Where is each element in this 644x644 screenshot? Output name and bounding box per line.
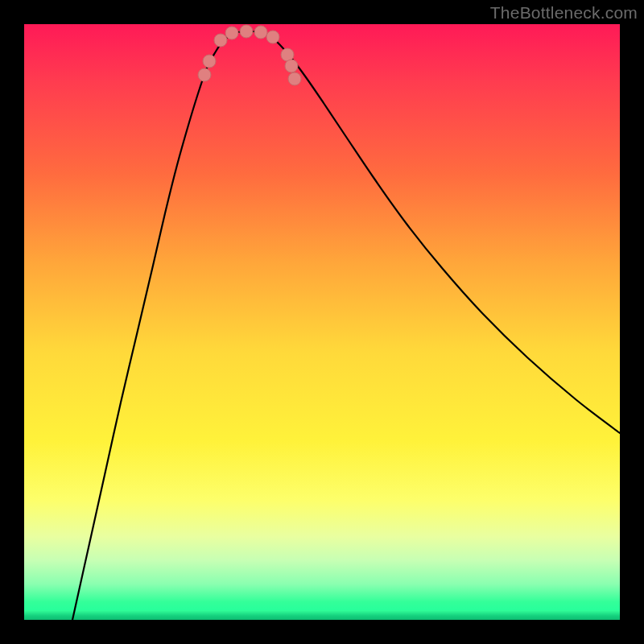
plot-area xyxy=(24,24,620,620)
highlight-dot xyxy=(285,60,298,72)
highlight-dot xyxy=(203,55,216,68)
highlight-dot xyxy=(240,25,253,38)
highlight-dot xyxy=(225,27,238,39)
curve-layer xyxy=(24,24,620,620)
chart-frame: TheBottleneck.com xyxy=(0,0,644,644)
highlight-dot xyxy=(266,31,279,43)
highlight-dot xyxy=(214,34,227,47)
highlight-dot xyxy=(288,72,301,85)
highlight-dot xyxy=(254,26,267,39)
watermark-text: TheBottleneck.com xyxy=(490,3,638,23)
highlight-dot xyxy=(198,68,211,81)
bottleneck-curve xyxy=(72,31,620,620)
